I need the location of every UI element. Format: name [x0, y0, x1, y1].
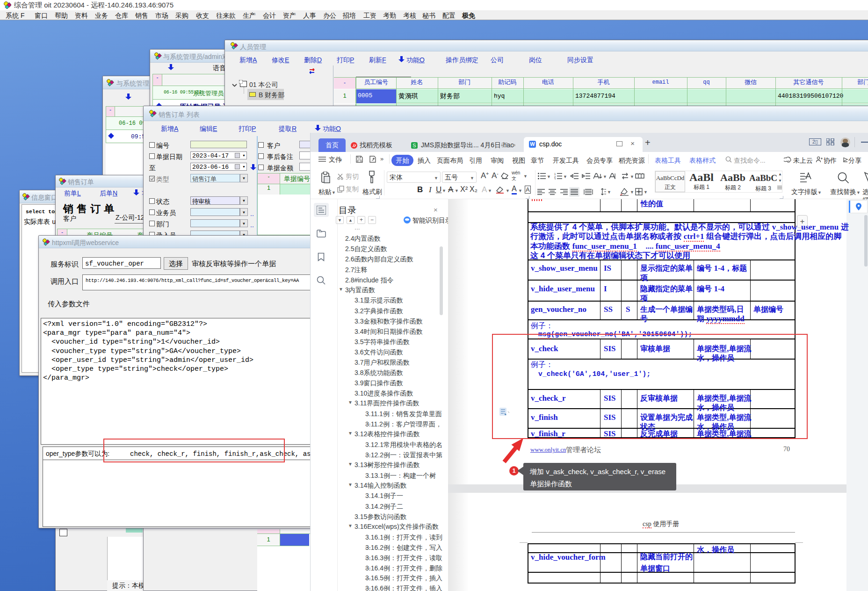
svg-text:3: 3 — [554, 178, 556, 180]
